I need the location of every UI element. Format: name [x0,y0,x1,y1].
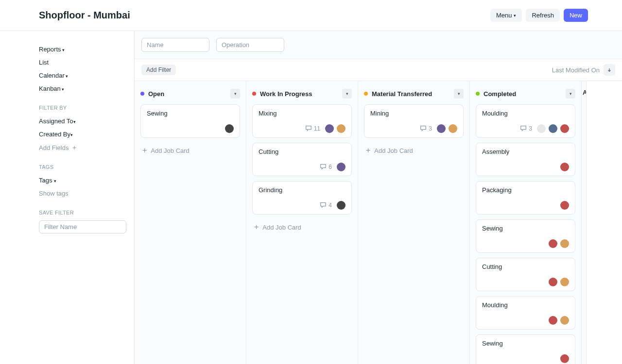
card-title: Mixing [259,110,346,117]
sidebar-view-reports[interactable]: Reports ▾ [39,43,126,56]
caret-down-icon: ▾ [514,13,516,18]
plus-icon: + [142,147,147,154]
filter-assigned-to[interactable]: Assigned To▾ [39,115,126,128]
column-menu-button[interactable]: ▾ [342,89,352,99]
sort-area: Last Modified On [552,64,615,76]
avatar [560,124,569,133]
new-button[interactable]: New [564,9,588,22]
menu-button[interactable]: Menu ▾ [490,9,522,22]
add-filter-chip[interactable]: Add Filter [141,65,176,75]
caret-down-icon: ▾ [54,179,56,183]
status-dot [140,92,144,96]
comment-count: 3 [420,125,432,133]
job-card[interactable]: Assembly [476,143,575,176]
column-title: A [583,89,587,96]
column-title: Open [148,90,164,98]
card-footer: 6 [259,162,346,172]
menu-button-label: Menu [496,12,512,19]
caret-down-icon: ▾ [65,74,69,79]
card-title: Moulding [482,110,569,117]
card-footer [482,315,569,325]
avatar [549,124,557,133]
filter-name-input[interactable] [39,220,126,233]
column-menu-button[interactable]: ▾ [566,89,575,99]
toolbar: Add Filter Last Modified On [135,59,622,81]
column-title-wrap: Open [140,90,164,98]
job-card[interactable]: Packaging [476,181,575,215]
card-footer [147,124,234,133]
card-title: Grinding [259,186,346,194]
add-fields-button[interactable]: Add Fields + [39,141,126,154]
column-header: Material Transferred▾ [364,89,464,99]
job-card[interactable]: Cutting [476,258,575,291]
sidebar-view-list[interactable]: List [39,56,126,69]
comment-icon [520,125,527,133]
job-card[interactable]: Mixing11 [252,104,352,138]
sort-label[interactable]: Last Modified On [552,66,600,74]
card-title: Mining [370,110,457,117]
status-dot [252,92,256,96]
avatar [560,278,569,286]
job-card[interactable]: Sewing [476,334,575,364]
avatar [560,354,569,363]
caret-down-icon: ▾ [61,87,65,92]
avatar [537,124,546,133]
column-title: Material Transferred [372,90,432,98]
plus-icon: + [72,144,76,151]
filter-by-heading: FILTER BY [39,105,126,111]
avatar [337,201,346,210]
job-card[interactable]: Sewing [140,104,240,138]
page-title: Shopfloor - Mumbai [39,10,130,21]
comment-icon [320,163,327,171]
comment-count: 11 [305,125,320,133]
sidebar-view-kanban[interactable]: Kanban ▾ [39,82,126,95]
job-card[interactable]: Moulding3 [476,104,575,138]
job-card[interactable]: Moulding [476,296,575,330]
column-menu-button[interactable]: ▾ [230,89,240,99]
card-title: Cutting [482,263,569,270]
tags-label: Tags [39,177,52,184]
comment-count: 4 [320,201,332,210]
card-title: Cutting [259,148,346,155]
column-menu-button[interactable]: ▾ [454,89,464,99]
refresh-button[interactable]: Refresh [526,9,560,22]
job-card[interactable]: Sewing [476,219,575,253]
add-job-card-button[interactable]: +Add Job Card [140,143,240,158]
card-footer [482,162,569,172]
sidebar-view-calendar[interactable]: Calendar ▾ [39,69,126,82]
job-card[interactable]: Mining3 [364,104,464,138]
column-title-wrap: Completed [476,90,516,98]
column-title: Completed [484,90,516,98]
job-card[interactable]: Cutting6 [252,143,352,176]
show-tags-button[interactable]: Show tags [39,187,126,200]
add-job-card-button[interactable]: +Add Job Card [252,219,352,235]
column-header: Completed▾ [476,89,575,99]
kanban-column: Work In Progress▾Mixing11Cutting6Grindin… [246,81,358,364]
kanban-column: Open▾Sewing+Add Job Card [135,81,246,364]
sidebar: Reports ▾ListCalendar ▾Kanban ▾ FILTER B… [0,31,134,364]
add-fields-label: Add Fields [39,144,69,151]
tags-dropdown[interactable]: Tags ▾ [39,174,126,187]
card-footer [482,277,569,287]
avatar [325,124,334,133]
avatar [549,316,557,325]
avatar [560,163,569,171]
header-actions: Menu ▾ Refresh New [490,9,588,22]
sort-direction-button[interactable] [604,64,615,76]
operation-filter-input[interactable] [216,38,284,52]
avatar [337,124,346,133]
name-filter-input[interactable] [141,38,209,52]
kanban-column-peek: A [582,81,587,364]
card-footer: 4 [259,200,346,210]
caret-down-icon: ▾ [61,48,65,52]
save-filter-heading: SAVE FILTER [39,210,126,215]
job-card[interactable]: Grinding4 [252,181,352,215]
plus-icon: + [366,147,370,154]
avatar [449,124,457,133]
avatar [337,163,346,171]
column-title-wrap: Material Transferred [364,90,432,98]
tags-heading: TAGS [39,164,126,170]
add-job-card-button[interactable]: +Add Job Card [364,143,464,158]
card-footer: 11 [259,124,346,133]
filter-created-by[interactable]: Created By▾ [39,128,126,141]
